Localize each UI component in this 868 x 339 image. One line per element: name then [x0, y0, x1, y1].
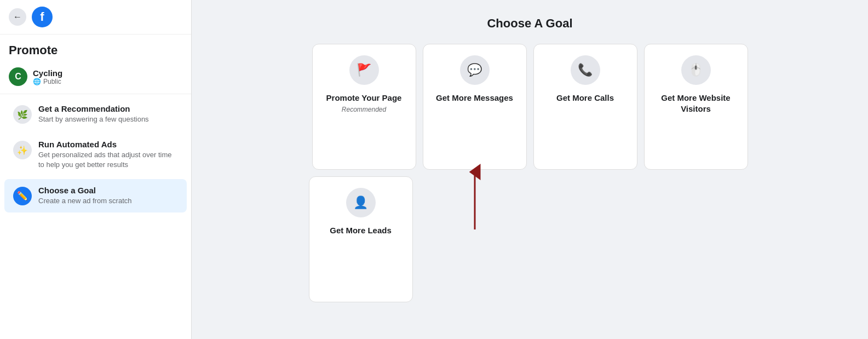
fb-letter: f [40, 10, 44, 24]
promote-page-name: Promote Your Page [326, 93, 402, 104]
sidebar-item-recommendation[interactable]: 🌿 Get a Recommendation Start by answerin… [4, 97, 187, 131]
back-button[interactable]: ← [9, 8, 26, 26]
more-leads-icon: 👤 [346, 188, 376, 217]
more-calls-name: Get More Calls [556, 93, 614, 104]
back-icon: ← [13, 12, 22, 22]
page-details: Cycling 🌐 Public [33, 68, 62, 85]
website-visitors-icon: 🖱️ [681, 55, 711, 85]
page-heading: Choose A Goal [214, 16, 846, 31]
automated-ads-desc: Get personalized ads that adjust over ti… [38, 150, 178, 170]
website-visitors-name: Get More Website Visitors [653, 93, 739, 114]
goal-card-more-leads[interactable]: 👤 Get More Leads [309, 176, 413, 302]
more-messages-name: Get More Messages [436, 93, 513, 104]
goal-card-promote-page[interactable]: 🚩 Promote Your Page Recommended [312, 44, 416, 170]
sidebar-item-automated-ads[interactable]: ✨ Run Automated Ads Get personalized ads… [4, 133, 187, 176]
recommendation-title: Get a Recommendation [38, 104, 149, 113]
goal-card-more-messages[interactable]: 💬 Get More Messages [423, 44, 527, 170]
automated-ads-icon: ✨ [13, 141, 32, 159]
main-content: Choose A Goal 🚩 Promote Your Page Recomm… [192, 0, 868, 339]
divider [0, 94, 191, 94]
more-calls-icon: 📞 [571, 55, 600, 85]
choose-goal-title: Choose a Goal [38, 186, 132, 195]
more-messages-icon: 💬 [460, 55, 490, 85]
choose-goal-desc: Create a new ad from scratch [38, 196, 132, 206]
facebook-logo: f [32, 7, 53, 27]
goals-wrapper: 🚩 Promote Your Page Recommended 💬 Get Mo… [214, 44, 846, 302]
automated-ads-title: Run Automated Ads [38, 140, 178, 149]
promote-page-recommended: Recommended [342, 106, 386, 113]
goals-grid-top: 🚩 Promote Your Page Recommended 💬 Get Mo… [312, 44, 748, 170]
sidebar: ← f Promote C Cycling 🌐 Public 🌿 Get a R… [0, 0, 192, 339]
page-name: Cycling [33, 68, 62, 78]
recommendation-desc: Start by answering a few questions [38, 114, 149, 124]
promote-title: Promote [0, 35, 191, 62]
goals-grid-bottom: 👤 Get More Leads [309, 176, 751, 302]
sidebar-item-choose-goal[interactable]: ✏️ Choose a Goal Create a new ad from sc… [4, 179, 187, 212]
page-avatar: C [9, 67, 27, 86]
page-info: C Cycling 🌐 Public [0, 62, 191, 91]
goal-card-website-visitors[interactable]: 🖱️ Get More Website Visitors [644, 44, 748, 170]
page-visibility: 🌐 Public [33, 78, 62, 85]
choose-goal-icon: ✏️ [13, 187, 32, 205]
globe-icon: 🌐 [33, 78, 41, 85]
goal-card-more-calls[interactable]: 📞 Get More Calls [533, 44, 637, 170]
sidebar-header: ← f [0, 0, 191, 35]
recommendation-icon: 🌿 [13, 105, 32, 124]
promote-page-icon: 🚩 [349, 55, 379, 85]
more-leads-name: Get More Leads [330, 225, 392, 236]
